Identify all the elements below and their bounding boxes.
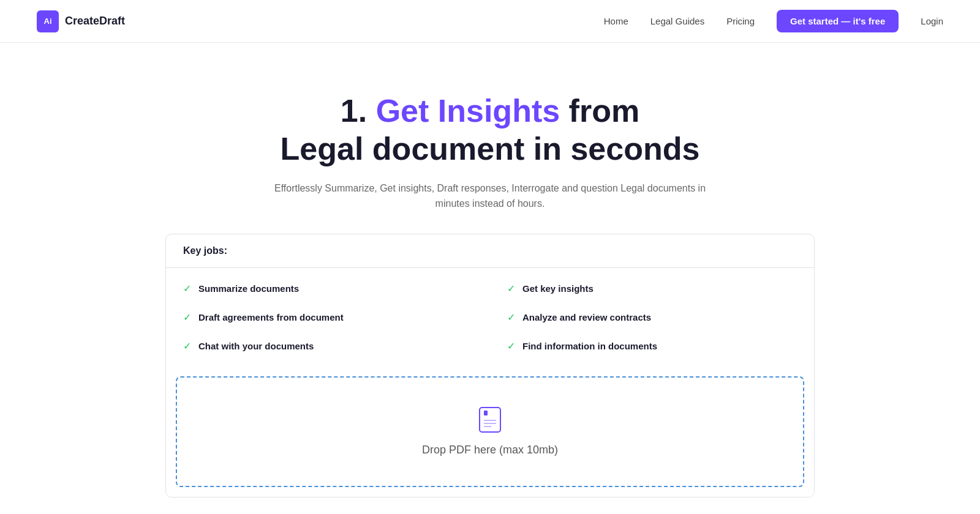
nav-item-pricing[interactable]: Pricing xyxy=(726,16,755,26)
hero-subtitle: Effortlessly Summarize, Get insights, Dr… xyxy=(257,181,723,212)
logo-text: CreateDraft xyxy=(65,15,125,28)
check-icon-chat: ✓ xyxy=(183,340,191,352)
navbar: Ai CreateDraft Home Legal Guides Pricing… xyxy=(0,0,980,43)
hero-heading-highlight: Get Insights xyxy=(376,93,560,128)
key-jobs-container: Key jobs: ✓ Summarize documents ✓ Get ke… xyxy=(165,234,815,497)
nav-links: Home Legal Guides Pricing Get started — … xyxy=(604,10,943,32)
check-icon-key-insights: ✓ xyxy=(507,283,515,294)
nav-item-home[interactable]: Home xyxy=(604,16,628,26)
pdf-icon xyxy=(479,407,501,435)
main-content: 1. Get Insights from Legal document in s… xyxy=(0,43,980,514)
svg-rect-1 xyxy=(484,411,488,415)
get-started-button[interactable]: Get started — it's free xyxy=(777,10,899,32)
key-jobs-grid: ✓ Summarize documents ✓ Get key insights… xyxy=(166,268,814,367)
check-icon-draft: ✓ xyxy=(183,311,191,323)
login-button[interactable]: Login xyxy=(921,16,943,26)
key-job-label-key-insights: Get key insights xyxy=(522,283,594,294)
drop-text: Drop PDF here (max 10mb) xyxy=(422,444,558,456)
check-icon-analyze: ✓ xyxy=(507,311,515,323)
hero-heading-suffix: from xyxy=(560,93,639,128)
nav-item-legal-guides[interactable]: Legal Guides xyxy=(650,16,704,26)
key-job-label-chat: Chat with your documents xyxy=(198,341,314,351)
key-job-item-chat: ✓ Chat with your documents xyxy=(166,332,490,360)
logo-icon: Ai xyxy=(37,10,59,32)
logo[interactable]: Ai CreateDraft xyxy=(37,10,125,32)
key-job-item-find: ✓ Find information in documents xyxy=(490,332,814,360)
hero-heading: 1. Get Insights from Legal document in s… xyxy=(281,92,700,168)
key-jobs-header: Key jobs: xyxy=(166,234,814,268)
drop-zone-wrapper: Drop PDF here (max 10mb) xyxy=(166,367,814,497)
drop-sublabel: (max 10mb) xyxy=(499,444,558,456)
key-job-label-draft: Draft agreements from document xyxy=(198,312,344,322)
key-job-item-analyze: ✓ Analyze and review contracts xyxy=(490,303,814,332)
hero-heading-line2: Legal document in seconds xyxy=(281,131,700,166)
hero-heading-prefix: 1. xyxy=(341,93,376,128)
key-job-label-summarize: Summarize documents xyxy=(198,283,299,294)
key-job-label-analyze: Analyze and review contracts xyxy=(522,312,651,322)
check-icon-summarize: ✓ xyxy=(183,283,191,294)
key-job-item-key-insights: ✓ Get key insights xyxy=(490,274,814,303)
key-job-item-summarize: ✓ Summarize documents xyxy=(166,274,490,303)
key-job-item-draft: ✓ Draft agreements from document xyxy=(166,303,490,332)
drop-zone[interactable]: Drop PDF here (max 10mb) xyxy=(176,376,804,487)
check-icon-find: ✓ xyxy=(507,340,515,352)
key-job-label-find: Find information in documents xyxy=(522,341,657,351)
